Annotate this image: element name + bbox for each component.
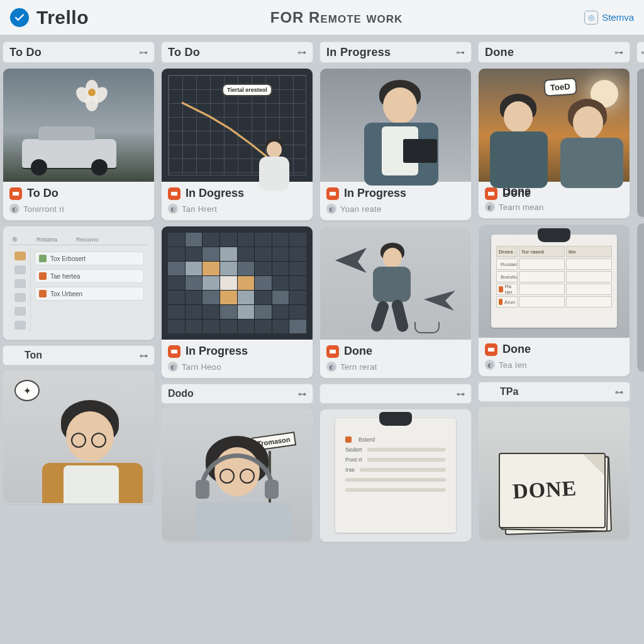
app-logo-icon[interactable] xyxy=(10,8,29,27)
svg-rect-0 xyxy=(13,192,19,196)
list-header[interactable]: Done ⊶ xyxy=(478,42,630,63)
list-menu-icon[interactable]: ⊶ xyxy=(298,389,306,399)
label-chip-icon xyxy=(326,345,339,358)
card-title: Done xyxy=(502,343,531,356)
list-title: Done xyxy=(485,46,609,59)
kanban-board: To Do ⊶ To Do ◐ Tonirront r xyxy=(0,35,644,644)
card-subtitle: Tonirront ri xyxy=(23,204,64,214)
app-header: Trello FOR Remote work ◎ Stemva xyxy=(0,0,644,35)
paper-plane-icon xyxy=(335,248,367,273)
kanban-card[interactable]: To Do ◐ Tonirront ri xyxy=(3,68,155,221)
label-chip-icon xyxy=(168,345,180,358)
meta-icon: ◐ xyxy=(168,362,178,372)
sign-label: ToeD xyxy=(543,77,577,97)
clipboard-clip-icon xyxy=(538,228,570,242)
list-header[interactable]: In Progress ⊶ xyxy=(319,42,472,63)
list-icon xyxy=(9,350,19,360)
board-title[interactable]: FOR Remote work xyxy=(96,9,577,26)
kanban-card[interactable]: Tiertal eresteol In Dogress ◐ Tan Hrer xyxy=(161,68,313,221)
card-title: Done xyxy=(344,345,372,358)
svg-rect-7 xyxy=(488,192,494,196)
list-menu-icon[interactable]: ⊶ xyxy=(456,47,465,57)
meta-icon: ◐ xyxy=(9,204,19,214)
list-item-label: Tox Urbeen xyxy=(50,291,82,297)
list-title: Ton xyxy=(25,350,42,361)
list-menu-icon[interactable]: ⊶ xyxy=(139,47,148,57)
kanban-card[interactable]: Bsterd Sedert Pont rt Irse xyxy=(319,409,472,542)
kanban-card[interactable]: DONE xyxy=(478,407,630,540)
list-header[interactable]: To Do ⊶ xyxy=(3,42,155,63)
card-cover: Tromason xyxy=(162,409,313,541)
kanban-card[interactable]: ⦿ Ristatna Recuvrio Tox Erbosert Tae her… xyxy=(3,226,155,340)
card-cover xyxy=(320,226,471,340)
label-chip-icon xyxy=(9,187,22,200)
laptop-icon xyxy=(403,139,437,163)
mini-list-header: Ristatna xyxy=(36,236,57,243)
list-header[interactable]: TPa ⊶ xyxy=(478,382,630,402)
kanban-card[interactable]: Tromason xyxy=(161,409,313,542)
list-menu-icon[interactable]: ⊶ xyxy=(457,389,465,399)
clipboard-clip-icon xyxy=(379,412,412,426)
thought-bubble-icon: ✦ xyxy=(14,380,40,401)
list-menu-icon[interactable]: ⊶ xyxy=(140,351,148,360)
card-cover: ⦿ Ristatna Recuvrio Tox Erbosert Tae her… xyxy=(3,226,154,340)
kanban-card[interactable]: Droes Tur rased Illo Rootant Boestion Ra… xyxy=(478,224,630,377)
row-label: Sedert xyxy=(345,447,362,453)
list-column: To Do ⊶ To Do ◐ Tonirront r xyxy=(3,42,155,644)
kanban-card[interactable]: Done ◐ Tern rerat xyxy=(319,226,472,379)
list-item-label: Tae hertea xyxy=(50,273,80,280)
td: Ra ran xyxy=(505,284,515,295)
car-icon xyxy=(22,139,116,168)
label-chip-icon xyxy=(168,187,180,200)
row-label: Irse xyxy=(345,467,355,473)
th: Droes xyxy=(496,246,518,257)
kanban-card[interactable]: ToeD Done Done Done xyxy=(478,68,630,219)
th: Tur rased xyxy=(519,246,565,257)
list-icon xyxy=(485,387,495,397)
svg-rect-3 xyxy=(330,192,336,196)
list-item-label: Tox Erbosert xyxy=(50,255,86,262)
th: Illo xyxy=(566,246,612,257)
kanban-card[interactable]: ✦ xyxy=(3,370,155,504)
meta-icon: ◐ xyxy=(485,202,495,212)
card-title: In Progress xyxy=(186,345,248,358)
flower-icon xyxy=(77,80,106,109)
list-header[interactable]: ⊶ xyxy=(319,384,472,404)
label-chip-icon xyxy=(485,343,497,356)
list-column: Done ⊶ ToeD Done Do xyxy=(478,42,630,644)
list-column-overflow[interactable]: ⊶ xyxy=(636,42,644,644)
bucket-icon xyxy=(414,322,440,333)
header-account[interactable]: ◎ Stemva xyxy=(584,11,634,25)
svg-marker-5 xyxy=(424,291,455,311)
card-title: In Dogress xyxy=(186,187,244,200)
list-header[interactable]: To Do ⊶ xyxy=(161,42,313,63)
paper-plane-icon xyxy=(422,287,457,312)
heatmap-icon xyxy=(168,233,306,333)
list-menu-icon[interactable]: ⊶ xyxy=(614,47,623,57)
card-cover: Bsterd Sedert Pont rt Irse xyxy=(320,409,471,541)
kanban-card[interactable]: In Progress ◐ Yoan reate xyxy=(319,68,472,221)
list-icon xyxy=(326,389,336,399)
card-cover: ToeD xyxy=(479,69,630,182)
list-column: To Do ⊶ Tiertal eresteol In Dogress xyxy=(161,42,313,644)
list-menu-icon[interactable]: ⊶ xyxy=(641,47,644,57)
card-cover: DONE xyxy=(479,408,630,540)
list-title: Dodo xyxy=(168,388,194,399)
account-icon: ◎ xyxy=(584,11,598,25)
list-title: TPa xyxy=(500,386,518,397)
card-cover xyxy=(162,226,313,340)
account-label: Stemva xyxy=(602,12,634,23)
card-subtitle: Tan Hrert xyxy=(182,204,217,214)
svg-rect-6 xyxy=(330,350,336,353)
list-header[interactable]: Ton ⊶ xyxy=(3,345,155,365)
list-menu-icon[interactable]: ⊶ xyxy=(297,47,306,57)
meta-icon: ◐ xyxy=(326,362,336,372)
list-menu-icon[interactable]: ⊶ xyxy=(615,387,623,397)
kanban-card[interactable]: In Progress ◐ Tarn Heoo xyxy=(161,226,313,379)
card-title: To Do xyxy=(27,187,58,200)
svg-rect-1 xyxy=(171,192,177,196)
td: Boestion xyxy=(501,274,518,280)
card-cover: ✦ xyxy=(3,371,154,503)
card-subtitle: Tern rerat xyxy=(340,362,377,372)
list-header[interactable]: Dodo ⊶ xyxy=(161,384,313,404)
